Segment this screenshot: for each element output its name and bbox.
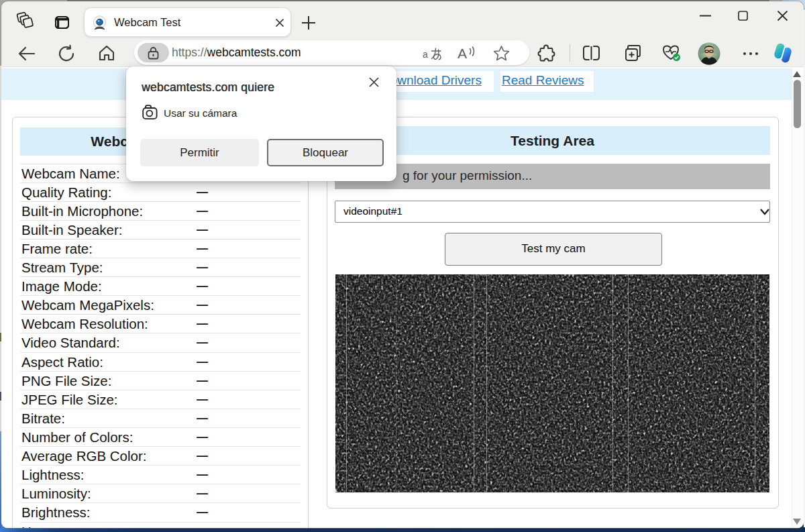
- svg-text:A: A: [458, 46, 467, 61]
- svg-text:a: a: [423, 49, 428, 60]
